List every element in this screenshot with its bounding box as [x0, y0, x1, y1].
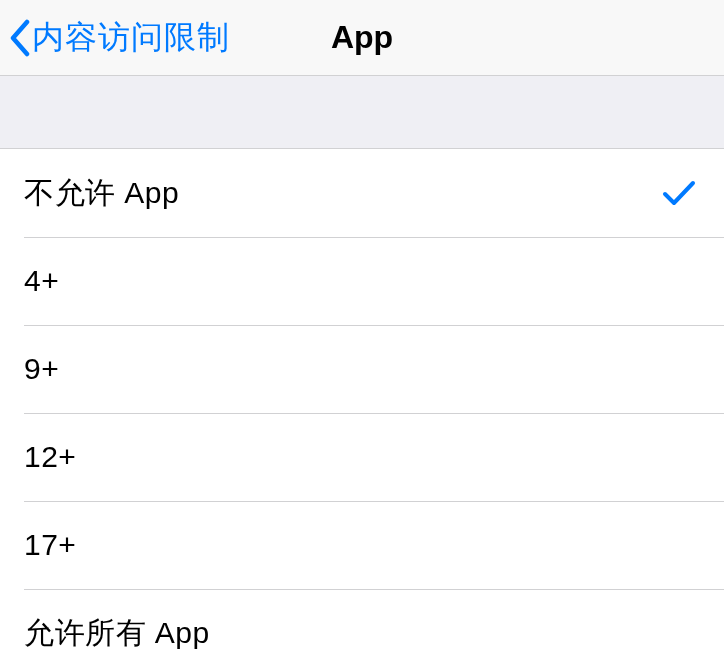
- option-item[interactable]: 17+: [0, 501, 724, 589]
- chevron-left-icon: [8, 19, 30, 57]
- option-item[interactable]: 4+: [0, 237, 724, 325]
- option-label: 9+: [24, 352, 59, 386]
- checkmark-icon: [662, 178, 696, 208]
- option-label: 允许所有 App: [24, 613, 210, 654]
- back-button[interactable]: 内容访问限制: [0, 16, 230, 60]
- option-label: 12+: [24, 440, 76, 474]
- back-label: 内容访问限制: [32, 16, 230, 60]
- options-list: 不允许 App4+9+12+17+允许所有 App: [0, 148, 724, 668]
- option-item[interactable]: 允许所有 App: [0, 589, 724, 668]
- option-label: 4+: [24, 264, 59, 298]
- option-label: 17+: [24, 528, 76, 562]
- option-label: 不允许 App: [24, 173, 179, 214]
- option-item[interactable]: 不允许 App: [0, 149, 724, 237]
- option-item[interactable]: 12+: [0, 413, 724, 501]
- option-item[interactable]: 9+: [0, 325, 724, 413]
- section-gap: [0, 76, 724, 148]
- page-title: App: [331, 19, 393, 56]
- navbar: 内容访问限制 App: [0, 0, 724, 76]
